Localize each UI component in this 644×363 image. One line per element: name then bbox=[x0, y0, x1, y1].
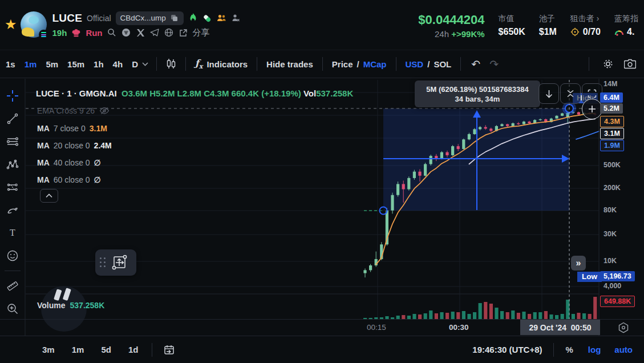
legend-high: H5.2M bbox=[149, 88, 175, 98]
ruler-tool-icon[interactable] bbox=[3, 275, 22, 297]
zoom-in-tool-icon[interactable] bbox=[3, 297, 22, 320]
volume-label: Volume bbox=[37, 301, 66, 310]
price-badge-6.4M: 6.4M bbox=[600, 92, 623, 103]
measure-tooltip: 5M (6206.18%) 501587683384 34 bars, 34m bbox=[415, 80, 540, 107]
drag-handle-icon[interactable] bbox=[100, 257, 106, 268]
gmgn-trading-app: ★ LUCE Official CBdCx...ump bbox=[0, 0, 644, 363]
eye-off-icon[interactable] bbox=[99, 107, 110, 115]
ma-name: MA bbox=[37, 158, 50, 167]
price-badge-3.1M: 3.1M bbox=[600, 128, 624, 139]
ma-value: ∅ bbox=[94, 175, 101, 184]
measure-start-anchor bbox=[380, 207, 387, 215]
ma-name: MA bbox=[37, 175, 50, 184]
legend-vol-value: 537.258K bbox=[316, 88, 353, 98]
drawing-floating-toolbar[interactable] bbox=[95, 249, 136, 276]
volume-value: 537.258K bbox=[70, 301, 105, 310]
crosshair-tool-icon[interactable] bbox=[3, 84, 22, 107]
text-tool-icon[interactable]: T bbox=[3, 221, 22, 244]
unfold-collapse-button[interactable] bbox=[560, 83, 581, 104]
low-marker-badge: Low bbox=[577, 272, 602, 282]
drawing-toolbar: T bbox=[0, 79, 25, 336]
measure-tooltip-line1: 5M (6206.18%) 501587683384 bbox=[426, 85, 528, 94]
ma-legend-row-20[interactable]: MA20 close 02.4M bbox=[37, 137, 112, 154]
brush-tool-icon[interactable] bbox=[3, 199, 22, 221]
scroll-down-button[interactable] bbox=[538, 83, 559, 104]
ma-value: 3.1M bbox=[90, 124, 107, 133]
ma-name: MA bbox=[37, 124, 50, 133]
ma-params: 40 close 0 bbox=[54, 158, 90, 167]
chart-legend[interactable]: LUCE · 1 · GMGN.AI O3.6M H5.2M L2.8M C4.… bbox=[36, 88, 353, 98]
measure-tooltip-line2: 34 bars, 34m bbox=[455, 95, 500, 103]
price-badge-5.2M: 5.2M bbox=[600, 103, 623, 114]
ma-legend-rows: MA7 close 03.1MMA20 close 02.4MMA40 clos… bbox=[37, 120, 112, 188]
projection-tool-icon[interactable] bbox=[3, 176, 22, 199]
scale-hexagon-icon[interactable] bbox=[618, 321, 629, 334]
price-badge-1.9M: 1.9M bbox=[600, 140, 624, 151]
volume-bars bbox=[363, 297, 597, 319]
ma-params: 60 close 0 bbox=[54, 175, 90, 184]
trend-line-tool-icon[interactable] bbox=[3, 107, 22, 130]
ma-value: 2.4M bbox=[94, 141, 112, 150]
legend-close: C4.3M bbox=[204, 88, 229, 98]
ma-name: MA bbox=[37, 141, 50, 150]
legend-change: 660.4K (+18.19%) bbox=[232, 88, 301, 98]
price-range-tool-icon[interactable] bbox=[111, 254, 128, 271]
xabcd-pattern-tool-icon[interactable] bbox=[3, 153, 22, 176]
volume-pane-legend[interactable]: Volume537.258K bbox=[37, 301, 104, 310]
ma-legend-row-60[interactable]: MA60 close 0∅ bbox=[37, 171, 112, 188]
legend-vol-label: Vol bbox=[303, 88, 316, 98]
ma-legend-row-7[interactable]: MA7 close 03.1M bbox=[37, 120, 112, 137]
price-badge-5,196.73: 5,196.73 bbox=[600, 271, 635, 281]
add-alert-plus-button[interactable] bbox=[582, 99, 602, 119]
collapse-legend-button[interactable] bbox=[40, 189, 58, 203]
horizontal-lines-tool-icon[interactable] bbox=[3, 130, 22, 153]
legend-open: O3.6M bbox=[121, 88, 147, 98]
crosshair-date-badge: 29 Oct '24 00:50 bbox=[520, 320, 600, 335]
price-badge-4.3M: 4.3M bbox=[600, 116, 624, 127]
ma-value: ∅ bbox=[94, 158, 101, 167]
emoji-tool-icon[interactable] bbox=[3, 244, 22, 267]
legend-low: L2.8M bbox=[177, 88, 202, 98]
legend-symbol: LUCE · 1 · GMGN.AI bbox=[36, 88, 117, 98]
ma-params: 7 close 0 bbox=[54, 124, 86, 133]
price-badge-649.88K: 649.88K bbox=[600, 296, 635, 307]
ema-cross-legend-row[interactable]: EMA Cross 9 26 bbox=[37, 106, 110, 115]
ma-legend-row-40[interactable]: MA40 close 0∅ bbox=[37, 154, 112, 171]
svg-text:T: T bbox=[10, 228, 15, 237]
ma-params: 20 close 0 bbox=[54, 141, 90, 150]
expand-panel-button[interactable]: » bbox=[571, 256, 586, 271]
